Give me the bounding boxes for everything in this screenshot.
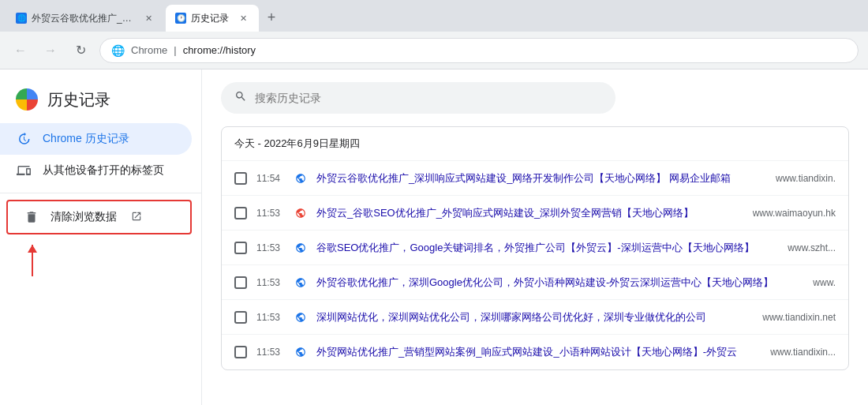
search-icon (234, 90, 247, 106)
history-time-3: 11:53 (256, 242, 285, 253)
reload-icon: ↻ (76, 43, 86, 58)
history-url-4: www. (813, 277, 836, 288)
url-chrome-label: Chrome (131, 44, 167, 56)
history-title-4[interactable]: 外贸谷歌优化推广，深圳Google优化公司，外贸小语种网站建设-外贸云深圳运营中… (316, 276, 803, 290)
favicon-3 (294, 242, 307, 254)
favicon-1 (294, 172, 307, 185)
history-checkbox-3[interactable] (234, 242, 247, 254)
clear-browsing-data-label: 清除浏览数据 (51, 210, 117, 224)
history-url-6: www.tiandixin... (770, 347, 836, 358)
sidebar-divider (0, 193, 201, 193)
history-url-3: www.szht... (788, 242, 836, 253)
tab-2-favicon: 🕐 (175, 13, 186, 24)
history-section: 今天 - 2022年6月9日星期四 11:54 外贸云谷歌优化推广_深圳响应式网… (221, 126, 849, 370)
tab-1-label: 外贸云谷歌优化推广_深圳响应式... (32, 12, 134, 25)
history-item: 11:53 谷歌SEO优化推广，Google关键词排名，外贸推广公司【外贸云】-… (222, 231, 848, 265)
forward-icon: → (44, 43, 57, 58)
sidebar: 历史记录 Chrome 历史记录 从其他设备打开的标签页 清除浏览数据 (0, 69, 202, 405)
history-item: 11:53 外贸云_谷歌SEO优化推广_外贸响应式网站建设_深圳外贸全网营销【天… (222, 196, 848, 231)
history-time-4: 11:53 (256, 277, 285, 288)
address-bar: ← → ↻ 🌐 Chrome | chrome://history (0, 32, 868, 69)
content-area: 历史记录 Chrome 历史记录 从其他设备打开的标签页 清除浏览数据 (0, 69, 868, 405)
annotation-arrow (32, 245, 33, 276)
tab-1[interactable]: 🌐 外贸云谷歌优化推广_深圳响应式... ✕ (6, 5, 164, 32)
url-path: chrome://history (183, 44, 256, 56)
new-tab-icon: + (268, 9, 276, 26)
reload-button[interactable]: ↻ (69, 39, 92, 62)
history-time-1: 11:54 (256, 173, 285, 184)
search-input[interactable] (255, 92, 602, 104)
tab-bar: 🌐 外贸云谷歌优化推广_深圳响应式... ✕ 🕐 历史记录 ✕ + (0, 0, 868, 32)
tab-2-label: 历史记录 (191, 12, 229, 25)
history-item: 11:53 深圳网站优化，深圳网站优化公司，深圳哪家网络公司优化好，深圳专业做优… (222, 300, 848, 335)
tab-1-favicon: 🌐 (16, 13, 27, 24)
forward-button[interactable]: → (39, 39, 62, 62)
ext-link-icon (131, 211, 142, 224)
history-checkbox-4[interactable] (234, 276, 247, 289)
history-checkbox-5[interactable] (234, 311, 247, 324)
sidebar-item-chrome-history[interactable]: Chrome 历史记录 (0, 123, 192, 155)
sidebar-item-other-devices[interactable]: 从其他设备打开的标签页 (0, 155, 192, 186)
clear-browsing-data-item[interactable]: 清除浏览数据 (6, 200, 192, 234)
google-logo (16, 88, 38, 111)
history-title-2[interactable]: 外贸云_谷歌SEO优化推广_外贸响应式网站建设_深圳外贸全网营销【天地心网络】 (316, 206, 743, 220)
page-title-area: 历史记录 (0, 82, 201, 123)
history-date-header: 今天 - 2022年6月9日星期四 (222, 127, 848, 161)
search-bar[interactable] (221, 82, 615, 114)
sidebar-item-other-devices-label: 从其他设备打开的标签页 (43, 163, 164, 178)
history-url-1: www.tiandixin. (776, 173, 836, 184)
url-bar[interactable]: 🌐 Chrome | chrome://history (99, 38, 859, 63)
history-title-5[interactable]: 深圳网站优化，深圳网站优化公司，深圳哪家网络公司优化好，深圳专业做优化的公司 (316, 310, 753, 324)
history-url-5: www.tiandixin.net (762, 312, 836, 323)
history-clock-icon (16, 131, 32, 147)
history-time-5: 11:53 (256, 312, 285, 323)
history-time-2: 11:53 (256, 208, 285, 219)
history-checkbox-2[interactable] (234, 207, 247, 219)
main-area: 今天 - 2022年6月9日星期四 11:54 外贸云谷歌优化推广_深圳响应式网… (202, 69, 868, 405)
trash-icon (24, 209, 39, 225)
favicon-2 (294, 207, 307, 219)
devices-icon (16, 163, 32, 178)
history-title-3[interactable]: 谷歌SEO优化推广，Google关键词排名，外贸推广公司【外贸云】-深圳运营中心… (316, 241, 778, 255)
favicon-4 (294, 276, 307, 289)
tab-2-close[interactable]: ✕ (237, 12, 249, 24)
history-title-6[interactable]: 外贸网站优化推广_营销型网站案例_响应式网站建设_小语种网站设计【天地心网络】-… (316, 345, 761, 359)
history-time-6: 11:53 (256, 347, 285, 358)
history-title-1[interactable]: 外贸云谷歌优化推广_深圳响应式网站建设_网络开发制作公司【天地心网络】 网易企业… (316, 171, 766, 186)
history-item: 11:53 外贸网站优化推广_营销型网站案例_响应式网站建设_小语种网站设计【天… (222, 335, 848, 369)
page-title: 历史记录 (47, 89, 110, 111)
history-checkbox-6[interactable] (234, 346, 247, 358)
url-security-icon: 🌐 (111, 44, 125, 57)
history-item: 11:53 外贸谷歌优化推广，深圳Google优化公司，外贸小语种网站建设-外贸… (222, 265, 848, 300)
sidebar-item-chrome-history-label: Chrome 历史记录 (43, 132, 129, 146)
back-icon: ← (14, 43, 27, 58)
tab-2[interactable]: 🕐 历史记录 ✕ (166, 5, 259, 32)
browser-frame: 🌐 外贸云谷歌优化推广_深圳响应式... ✕ 🕐 历史记录 ✕ + ← → ↻ … (0, 0, 868, 405)
back-button[interactable]: ← (9, 39, 32, 62)
history-item: 11:54 外贸云谷歌优化推广_深圳响应式网站建设_网络开发制作公司【天地心网络… (222, 161, 848, 196)
new-tab-button[interactable]: + (260, 6, 282, 28)
favicon-5 (294, 311, 307, 324)
url-separator: | (174, 44, 176, 56)
favicon-6 (294, 346, 307, 358)
tab-1-close[interactable]: ✕ (142, 12, 155, 24)
history-checkbox-1[interactable] (234, 172, 247, 185)
history-url-2: www.waimaoyun.hk (753, 208, 836, 219)
